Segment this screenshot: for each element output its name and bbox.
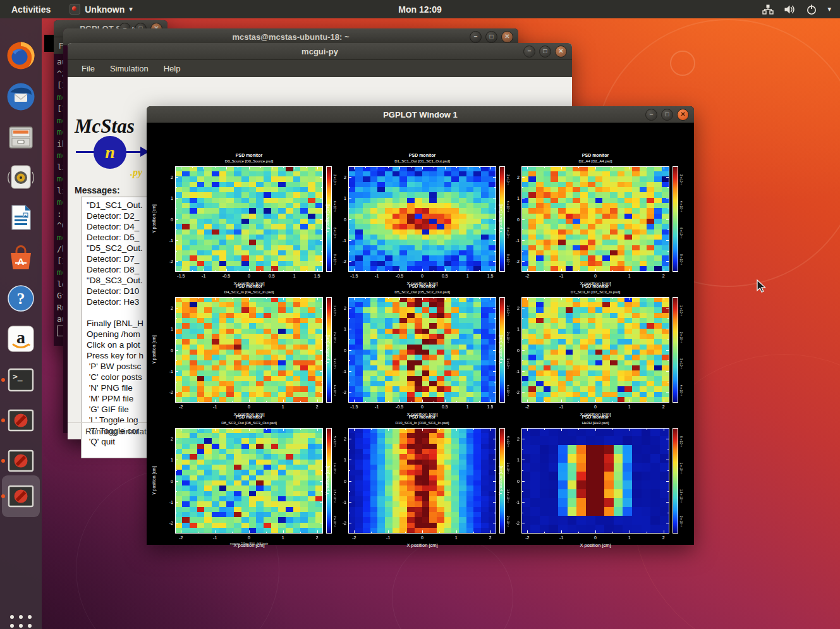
app-indicator-label: Unknown: [85, 4, 125, 15]
y-axis-label: Y position [cm]: [152, 428, 156, 534]
dock-item-pgplot-window-b[interactable]: [6, 446, 35, 475]
colorbar-tick-label: 8×10⁻⁴: [679, 254, 683, 265]
mcgui-menubar: File Simulation Help: [68, 60, 572, 77]
minimize-icon[interactable]: –: [523, 46, 535, 58]
y-tick-label: 2: [506, 174, 520, 179]
x-tick-label: 2: [316, 405, 319, 409]
x-tick-label: 1: [628, 535, 631, 540]
clock[interactable]: Mon 12:09: [398, 4, 441, 15]
colorbar-tick-label: 2×10⁻⁴: [679, 516, 683, 527]
minimize-icon[interactable]: –: [645, 109, 657, 121]
plot-title: PSD monitor: [521, 284, 669, 288]
y-tick-label: -2: [506, 259, 520, 264]
menu-help[interactable]: Help: [157, 61, 187, 76]
x-tick-label: -0.5: [222, 274, 230, 278]
y-tick-label: 1: [332, 196, 346, 200]
y-tick-label: 2: [506, 436, 520, 441]
y-tick-label: 0: [332, 348, 346, 352]
y-tick-label: 1: [332, 458, 346, 462]
x-tick-label: 1: [466, 274, 469, 278]
plot-title: PSD monitor: [175, 415, 323, 419]
svg-text:?: ?: [17, 290, 25, 308]
close-icon[interactable]: ✕: [555, 46, 567, 58]
dock-item-ubuntu-software[interactable]: A: [6, 243, 35, 272]
activities-button[interactable]: Activities: [0, 0, 62, 18]
y-tick-label: 2: [332, 305, 346, 310]
dock-item-help[interactable]: ?: [6, 284, 35, 313]
no-entry-window-icon: [6, 406, 35, 435]
maximize-icon[interactable]: □: [485, 31, 497, 43]
close-icon[interactable]: ✕: [501, 31, 513, 43]
wallpaper-swirl: [392, 537, 513, 629]
x-axis-label: X position [cm]: [521, 542, 669, 548]
y-tick-label: 0: [159, 348, 173, 352]
dock-item-files[interactable]: [6, 123, 35, 152]
plot-subtitle: D5_SC2_Out [D5_SC2_Out.psd]: [348, 290, 496, 294]
dock-item-terminal[interactable]: >_: [6, 365, 35, 394]
y-tick-label: -1: [506, 499, 520, 504]
colorbar-tick-label: 3×10⁻⁴: [333, 358, 336, 369]
dock-item-pgplot-window-c[interactable]: [6, 482, 35, 511]
x-tick-label: 0.5: [442, 274, 448, 278]
y-tick-label: 1: [159, 196, 173, 200]
x-tick-label: 0: [594, 535, 597, 540]
dock-item-thunderbird[interactable]: [6, 82, 35, 111]
colorbar-tick-label: 2×10⁻⁴: [333, 332, 336, 343]
y-tick-label: -2: [159, 390, 173, 394]
y-tick-label: 1: [506, 327, 520, 331]
y-axis-label: Y position [cm]: [498, 428, 502, 534]
system-tray[interactable]: ▾: [762, 4, 840, 15]
colorbar-tick-label: 1×10⁻⁴: [679, 305, 683, 316]
x-tick-label: -2: [525, 274, 529, 278]
plot-subtitle: He3H [He3.psd]: [521, 421, 669, 425]
close-icon[interactable]: ✕: [677, 109, 689, 121]
dock-item-firefox[interactable]: [6, 41, 35, 70]
maximize-icon[interactable]: □: [539, 46, 551, 58]
y-tick-label: -1: [159, 369, 173, 373]
mcgui-title: mcgui-py: [68, 47, 572, 56]
dock-item-pgplot-window-a[interactable]: [6, 406, 35, 435]
x-tick-label: 1: [466, 405, 469, 409]
maximize-icon[interactable]: □: [661, 109, 673, 121]
no-entry-window-icon: [6, 446, 35, 475]
app-indicator-menu[interactable]: Unknown ▾: [62, 0, 140, 18]
menu-simulation[interactable]: Simulation: [104, 61, 155, 76]
x-tick-label: 1: [282, 535, 284, 540]
x-tick-label: 0: [248, 274, 250, 278]
mcgui-titlebar[interactable]: mcgui-py – □ ✕: [68, 43, 572, 60]
colorbar-tick-label: 1×10⁻⁴: [333, 463, 336, 473]
y-tick-label: -1: [332, 238, 346, 242]
running-indicator-dot: [1, 459, 5, 463]
y-tick-label: -2: [332, 259, 346, 264]
dock-item-libreoffice-writer[interactable]: [6, 203, 35, 232]
y-tick-label: 1: [506, 458, 520, 462]
plot-title: PSD monitor: [175, 284, 323, 288]
menu-file[interactable]: File: [75, 61, 101, 76]
minimize-icon[interactable]: –: [470, 31, 482, 43]
colorbar: [673, 166, 678, 272]
chevron-down-icon: ▾: [129, 5, 133, 13]
x-tick-label: 0: [421, 274, 423, 278]
plot-subtitle: D8_SC3_Out [D8_SC3_Out.psd]: [175, 421, 323, 425]
firefox-icon: [6, 41, 35, 70]
pgplot1-titlebar[interactable]: PGPLOT Window 1 – □ ✕: [147, 106, 694, 123]
show-applications-button[interactable]: [8, 613, 34, 629]
y-tick-label: 0: [332, 217, 346, 221]
terminal-icon: >_: [6, 365, 35, 394]
heatmap-canvas: [521, 166, 669, 272]
svg-text:A: A: [18, 256, 25, 267]
colorbar-tick-label: 4×10⁻⁵: [333, 201, 336, 212]
running-indicator-dot: [1, 494, 5, 498]
x-tick-label: 0.5: [442, 405, 448, 409]
y-tick-label: -2: [332, 521, 346, 525]
colorbar-tick-label: 4×10⁻⁴: [506, 201, 509, 212]
y-axis-label: Y position [cm]: [325, 428, 329, 534]
colorbar-tick-label: 3×10⁻⁴: [679, 358, 683, 369]
x-tick-label: 2: [662, 535, 665, 540]
running-indicator-dot: [1, 378, 5, 382]
colorbar-tick-label: 1×10⁻⁴: [506, 463, 509, 473]
dock-item-amazon[interactable]: a: [6, 324, 35, 353]
x-tick-label: 1.5: [487, 274, 494, 278]
dock-item-rhythmbox[interactable]: [6, 162, 35, 192]
y-tick-label: -2: [159, 259, 173, 264]
